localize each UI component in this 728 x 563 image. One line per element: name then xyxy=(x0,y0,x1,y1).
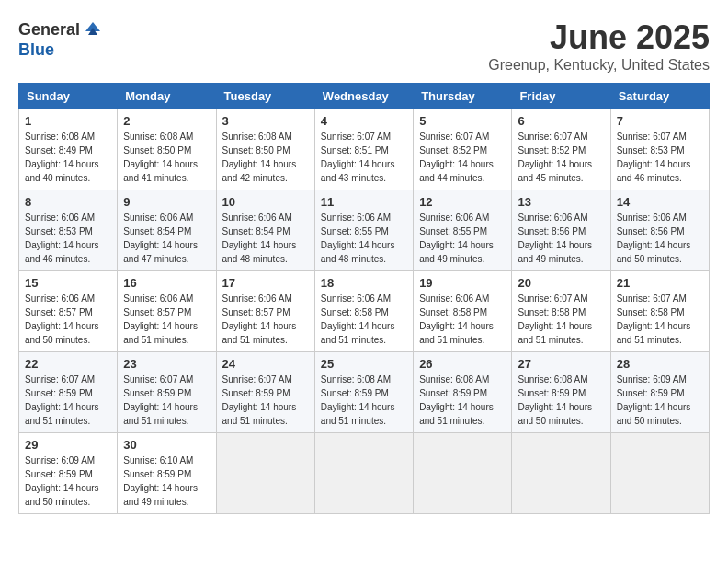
week-row-1: 1Sunrise: 6:08 AMSunset: 8:49 PMDaylight… xyxy=(19,109,710,190)
day-info: Sunrise: 6:08 AMSunset: 8:59 PMDaylight:… xyxy=(419,373,506,428)
day-number: 16 xyxy=(123,276,210,290)
day-number: 17 xyxy=(222,276,309,290)
calendar-cell: 12Sunrise: 6:06 AMSunset: 8:55 PMDayligh… xyxy=(414,190,512,271)
day-number: 8 xyxy=(25,195,111,209)
calendar-cell: 7Sunrise: 6:07 AMSunset: 8:53 PMDaylight… xyxy=(610,109,709,190)
day-info: Sunrise: 6:06 AMSunset: 8:58 PMDaylight:… xyxy=(419,292,506,347)
week-row-5: 29Sunrise: 6:09 AMSunset: 8:59 PMDayligh… xyxy=(19,433,710,514)
day-number: 15 xyxy=(25,276,111,290)
day-info: Sunrise: 6:08 AMSunset: 8:59 PMDaylight:… xyxy=(518,373,604,428)
calendar-cell: 13Sunrise: 6:06 AMSunset: 8:56 PMDayligh… xyxy=(512,190,610,271)
day-info: Sunrise: 6:06 AMSunset: 8:54 PMDaylight:… xyxy=(123,211,210,266)
calendar-cell: 2Sunrise: 6:08 AMSunset: 8:50 PMDaylight… xyxy=(118,109,216,190)
month-title: June 2025 xyxy=(488,18,710,57)
calendar-cell: 20Sunrise: 6:07 AMSunset: 8:58 PMDayligh… xyxy=(512,271,610,352)
calendar-cell: 11Sunrise: 6:06 AMSunset: 8:55 PMDayligh… xyxy=(314,190,413,271)
calendar-cell: 15Sunrise: 6:06 AMSunset: 8:57 PMDayligh… xyxy=(19,271,118,352)
day-info: Sunrise: 6:06 AMSunset: 8:57 PMDaylight:… xyxy=(25,292,111,347)
day-number: 28 xyxy=(617,357,703,371)
day-info: Sunrise: 6:07 AMSunset: 8:58 PMDaylight:… xyxy=(617,292,703,347)
day-info: Sunrise: 6:06 AMSunset: 8:56 PMDaylight:… xyxy=(617,211,703,266)
day-number: 26 xyxy=(419,357,506,371)
week-row-3: 15Sunrise: 6:06 AMSunset: 8:57 PMDayligh… xyxy=(19,271,710,352)
logo-icon xyxy=(82,18,104,40)
day-info: Sunrise: 6:09 AMSunset: 8:59 PMDaylight:… xyxy=(617,373,703,428)
day-info: Sunrise: 6:07 AMSunset: 8:53 PMDaylight:… xyxy=(617,130,703,185)
day-info: Sunrise: 6:08 AMSunset: 8:59 PMDaylight:… xyxy=(321,373,407,428)
calendar-cell: 3Sunrise: 6:08 AMSunset: 8:50 PMDaylight… xyxy=(216,109,314,190)
day-number: 14 xyxy=(617,195,703,209)
calendar-cell: 17Sunrise: 6:06 AMSunset: 8:57 PMDayligh… xyxy=(216,271,314,352)
day-number: 6 xyxy=(518,114,604,128)
day-number: 22 xyxy=(25,357,111,371)
calendar-cell: 28Sunrise: 6:09 AMSunset: 8:59 PMDayligh… xyxy=(610,352,709,433)
calendar-cell: 4Sunrise: 6:07 AMSunset: 8:51 PMDaylight… xyxy=(314,109,413,190)
calendar-cell xyxy=(610,433,709,514)
calendar-table: SundayMondayTuesdayWednesdayThursdayFrid… xyxy=(18,83,710,514)
day-info: Sunrise: 6:06 AMSunset: 8:56 PMDaylight:… xyxy=(518,211,604,266)
calendar-cell: 23Sunrise: 6:07 AMSunset: 8:59 PMDayligh… xyxy=(118,352,216,433)
calendar-cell: 6Sunrise: 6:07 AMSunset: 8:52 PMDaylight… xyxy=(512,109,610,190)
logo-blue: Blue xyxy=(18,40,54,60)
calendar-cell: 8Sunrise: 6:06 AMSunset: 8:53 PMDaylight… xyxy=(19,190,118,271)
day-info: Sunrise: 6:09 AMSunset: 8:59 PMDaylight:… xyxy=(25,454,111,509)
day-number: 2 xyxy=(123,114,210,128)
day-info: Sunrise: 6:06 AMSunset: 8:55 PMDaylight:… xyxy=(419,211,506,266)
day-info: Sunrise: 6:07 AMSunset: 8:59 PMDaylight:… xyxy=(25,373,111,428)
day-number: 18 xyxy=(321,276,407,290)
calendar-cell: 1Sunrise: 6:08 AMSunset: 8:49 PMDaylight… xyxy=(19,109,118,190)
day-number: 10 xyxy=(222,195,309,209)
day-number: 30 xyxy=(123,438,210,452)
day-number: 1 xyxy=(25,114,111,128)
calendar-cell: 19Sunrise: 6:06 AMSunset: 8:58 PMDayligh… xyxy=(414,271,512,352)
weekday-header-saturday: Saturday xyxy=(610,84,709,109)
day-info: Sunrise: 6:08 AMSunset: 8:50 PMDaylight:… xyxy=(123,130,210,185)
day-info: Sunrise: 6:07 AMSunset: 8:52 PMDaylight:… xyxy=(419,130,506,185)
calendar-cell: 27Sunrise: 6:08 AMSunset: 8:59 PMDayligh… xyxy=(512,352,610,433)
day-number: 25 xyxy=(321,357,407,371)
day-number: 12 xyxy=(419,195,506,209)
weekday-header-wednesday: Wednesday xyxy=(314,84,413,109)
day-number: 29 xyxy=(25,438,111,452)
day-number: 7 xyxy=(617,114,703,128)
calendar-cell: 25Sunrise: 6:08 AMSunset: 8:59 PMDayligh… xyxy=(314,352,413,433)
calendar-cell: 9Sunrise: 6:06 AMSunset: 8:54 PMDaylight… xyxy=(118,190,216,271)
day-number: 20 xyxy=(518,276,604,290)
day-number: 21 xyxy=(617,276,703,290)
calendar-cell xyxy=(314,433,413,514)
calendar-cell: 21Sunrise: 6:07 AMSunset: 8:58 PMDayligh… xyxy=(610,271,709,352)
weekday-header-friday: Friday xyxy=(512,84,610,109)
day-info: Sunrise: 6:07 AMSunset: 8:59 PMDaylight:… xyxy=(123,373,210,428)
week-row-2: 8Sunrise: 6:06 AMSunset: 8:53 PMDaylight… xyxy=(19,190,710,271)
day-number: 24 xyxy=(222,357,309,371)
title-area: June 2025 Greenup, Kentucky, United Stat… xyxy=(488,18,710,74)
calendar-cell: 22Sunrise: 6:07 AMSunset: 8:59 PMDayligh… xyxy=(19,352,118,433)
calendar-cell: 26Sunrise: 6:08 AMSunset: 8:59 PMDayligh… xyxy=(414,352,512,433)
day-info: Sunrise: 6:07 AMSunset: 8:51 PMDaylight:… xyxy=(321,130,407,185)
day-info: Sunrise: 6:06 AMSunset: 8:54 PMDaylight:… xyxy=(222,211,309,266)
calendar-cell xyxy=(414,433,512,514)
week-row-4: 22Sunrise: 6:07 AMSunset: 8:59 PMDayligh… xyxy=(19,352,710,433)
calendar-cell: 14Sunrise: 6:06 AMSunset: 8:56 PMDayligh… xyxy=(610,190,709,271)
day-info: Sunrise: 6:08 AMSunset: 8:50 PMDaylight:… xyxy=(222,130,309,185)
page-header: General Blue June 2025 Greenup, Kentucky… xyxy=(18,18,710,74)
day-info: Sunrise: 6:06 AMSunset: 8:55 PMDaylight:… xyxy=(321,211,407,266)
calendar-cell: 30Sunrise: 6:10 AMSunset: 8:59 PMDayligh… xyxy=(118,433,216,514)
calendar-cell: 10Sunrise: 6:06 AMSunset: 8:54 PMDayligh… xyxy=(216,190,314,271)
day-number: 5 xyxy=(419,114,506,128)
calendar-cell: 5Sunrise: 6:07 AMSunset: 8:52 PMDaylight… xyxy=(414,109,512,190)
day-info: Sunrise: 6:06 AMSunset: 8:57 PMDaylight:… xyxy=(222,292,309,347)
calendar-cell: 16Sunrise: 6:06 AMSunset: 8:57 PMDayligh… xyxy=(118,271,216,352)
calendar-cell xyxy=(216,433,314,514)
day-info: Sunrise: 6:07 AMSunset: 8:59 PMDaylight:… xyxy=(222,373,309,428)
day-info: Sunrise: 6:10 AMSunset: 8:59 PMDaylight:… xyxy=(123,454,210,509)
day-number: 19 xyxy=(419,276,506,290)
day-number: 23 xyxy=(123,357,210,371)
day-info: Sunrise: 6:06 AMSunset: 8:53 PMDaylight:… xyxy=(25,211,111,266)
day-number: 27 xyxy=(518,357,604,371)
weekday-header-monday: Monday xyxy=(118,84,216,109)
calendar-cell xyxy=(512,433,610,514)
calendar-cell: 29Sunrise: 6:09 AMSunset: 8:59 PMDayligh… xyxy=(19,433,118,514)
day-info: Sunrise: 6:06 AMSunset: 8:58 PMDaylight:… xyxy=(321,292,407,347)
calendar-cell: 24Sunrise: 6:07 AMSunset: 8:59 PMDayligh… xyxy=(216,352,314,433)
